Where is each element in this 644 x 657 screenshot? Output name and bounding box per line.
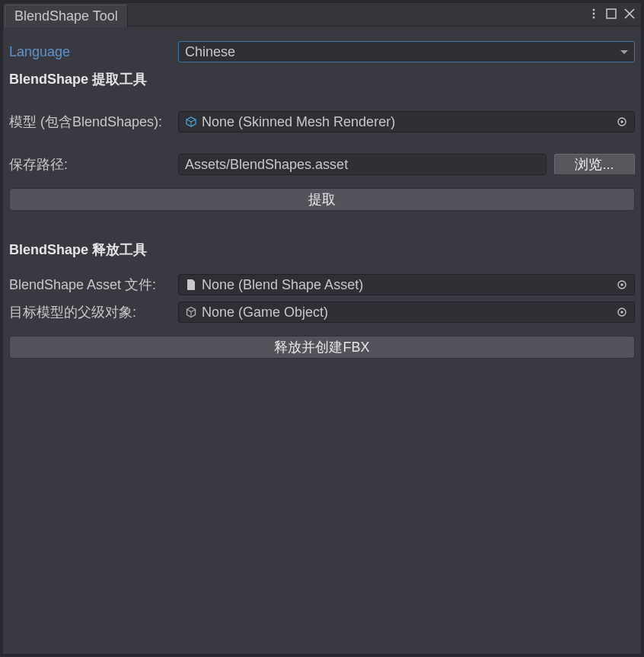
- model-label: 模型 (包含BlendShapes):: [9, 113, 178, 131]
- chevron-down-icon: [620, 50, 628, 54]
- blendshape-tool-window: BlendShape Tool: [2, 2, 642, 655]
- cube-icon: [185, 306, 197, 318]
- svg-point-2: [593, 16, 595, 18]
- main-panel: Language Chinese BlendShape 提取工具 模型 (包含B…: [3, 27, 641, 654]
- language-value: Chinese: [185, 44, 235, 60]
- close-icon[interactable]: [624, 7, 635, 23]
- browse-button[interactable]: 浏览...: [554, 154, 635, 175]
- extract-button[interactable]: 提取: [9, 188, 635, 211]
- asset-row: BlendShape Asset 文件: None (Blend Shape A…: [9, 273, 635, 296]
- window-tab[interactable]: BlendShape Tool: [5, 5, 128, 27]
- model-row: 模型 (包含BlendShapes): None (Skinned Mesh R…: [9, 110, 635, 133]
- asset-label: BlendShape Asset 文件:: [9, 276, 178, 294]
- target-parent-value: None (Game Object): [202, 305, 328, 321]
- window-title: BlendShape Tool: [14, 8, 118, 24]
- object-picker-icon[interactable]: [616, 279, 628, 291]
- section-header-extract: BlendShape 提取工具: [9, 68, 635, 91]
- asset-value: None (Blend Shape Asset): [202, 277, 363, 293]
- svg-point-9: [620, 283, 623, 285]
- svg-rect-3: [607, 9, 616, 18]
- language-dropdown[interactable]: Chinese: [178, 41, 635, 62]
- language-row: Language Chinese: [9, 40, 635, 63]
- language-label: Language: [9, 44, 178, 60]
- save-path-value: Assets/BlendShapes.asset: [185, 157, 348, 173]
- save-path-input[interactable]: Assets/BlendShapes.asset: [178, 154, 547, 175]
- svg-point-11: [620, 311, 623, 313]
- object-picker-icon[interactable]: [616, 306, 628, 318]
- target-parent-row: 目标模型的父级对象: None (Game Object): [9, 301, 635, 324]
- skinned-mesh-icon: [185, 116, 197, 128]
- model-value: None (Skinned Mesh Renderer): [202, 114, 395, 130]
- maximize-icon[interactable]: [606, 7, 617, 23]
- save-path-row: 保存路径: Assets/BlendShapes.asset 浏览...: [9, 153, 635, 176]
- window-controls: [589, 3, 641, 26]
- svg-point-1: [593, 12, 595, 14]
- model-object-field[interactable]: None (Skinned Mesh Renderer): [178, 111, 635, 132]
- asset-object-field[interactable]: None (Blend Shape Asset): [178, 274, 635, 295]
- save-path-label: 保存路径:: [9, 155, 178, 174]
- target-parent-label: 目标模型的父级对象:: [9, 303, 178, 321]
- section-header-release: BlendShape 释放工具: [9, 238, 635, 261]
- window-header: BlendShape Tool: [3, 3, 641, 27]
- object-picker-icon[interactable]: [616, 116, 628, 128]
- target-parent-object-field[interactable]: None (Game Object): [178, 301, 635, 323]
- more-icon[interactable]: [589, 7, 598, 23]
- svg-point-0: [593, 8, 595, 11]
- release-and-create-fbx-button[interactable]: 释放并创建FBX: [9, 336, 635, 359]
- svg-point-7: [620, 120, 623, 123]
- file-icon: [185, 279, 197, 291]
